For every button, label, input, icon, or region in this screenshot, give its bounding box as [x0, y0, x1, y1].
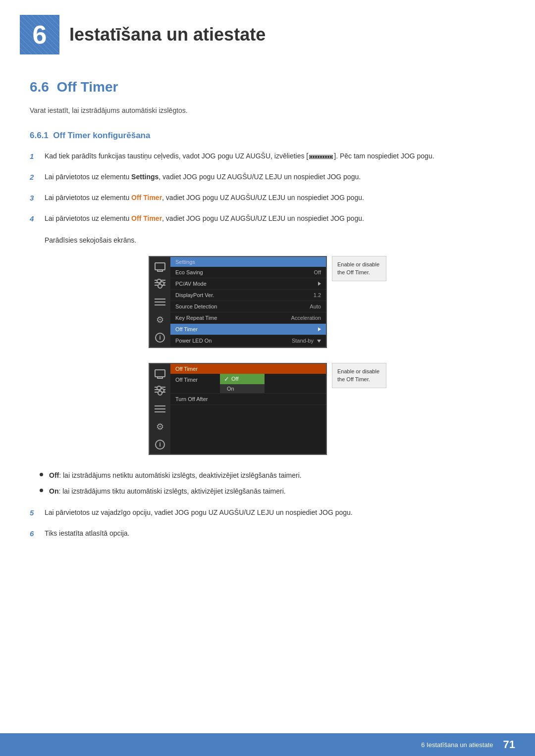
step-2: 2 Lai pārvietotos uz elementu Settings, …	[30, 171, 505, 183]
step-4-sub: Parādīsies sekojošais ekrāns.	[45, 235, 505, 246]
adjust-line-2-3	[155, 392, 165, 393]
line-2	[155, 302, 165, 302]
arrow-right-active-icon	[318, 327, 321, 331]
submenu-header: Off Timer	[170, 364, 326, 374]
section-title: 6.6 Off Timer	[30, 79, 505, 95]
menu-item-key: Key Repeat Time Acceleration	[170, 312, 326, 324]
turnoffafter-row: Turn Off After	[170, 394, 326, 405]
main-content: 6.6 Off Timer Varat iestatīt, lai izstrā…	[0, 64, 535, 579]
line-3	[155, 304, 165, 305]
bullet-dot-1	[40, 473, 43, 476]
bullet-item-on: On: lai izstrādājums tiktu automātiski i…	[40, 486, 505, 497]
screen2-wrapper: ⚙ i Off Timer Off Timer ✓ Off	[149, 363, 386, 455]
menu-header-1: Settings	[170, 257, 326, 267]
page-footer: 6 Iestatīšana un atiestate 71	[0, 733, 535, 756]
screen2-mockup: ⚙ i Off Timer Off Timer ✓ Off	[149, 363, 327, 455]
sidebar-icons-1: ⚙ i	[150, 257, 170, 347]
step-6: 6 Tiks iestatīta atlasītā opcija.	[30, 528, 505, 540]
sidebar-icons-2: ⚙ i	[150, 364, 170, 454]
line-2-3	[155, 411, 165, 412]
monitor-icon	[155, 262, 165, 270]
screen1-wrapper: ⚙ i Settings Eco Saving Off PC/AV Mode	[149, 256, 386, 348]
line-2-1	[155, 405, 165, 406]
sidebar-lines-icon-2	[154, 403, 166, 414]
sidebar-monitor-icon	[154, 261, 166, 272]
lines-icon-2	[155, 405, 165, 412]
screen2-tooltip: Enable or disable the Off Timer.	[332, 363, 386, 388]
bullet-item-off: Off: lai izstrādājums netiktu automātisk…	[40, 470, 505, 481]
info-icon: i	[155, 333, 165, 343]
menu-item-source: Source Detection Auto	[170, 301, 326, 312]
bullet-list: Off: lai izstrādājums netiktu automātisk…	[40, 470, 505, 497]
lines-icon	[155, 299, 165, 305]
offtimer-options: ✓ Off On	[220, 374, 265, 393]
footer-page: 71	[503, 738, 515, 751]
monitor-icon-2	[155, 369, 165, 377]
chapter-number: 6	[33, 20, 47, 50]
line-2-2	[155, 408, 165, 409]
checkmark-icon: ✓	[224, 375, 229, 383]
screen1-tooltip: Enable or disable the Off Timer.	[332, 256, 386, 281]
offtimer-row: Off Timer ✓ Off On	[170, 374, 326, 394]
grid-icon	[309, 155, 333, 159]
gear-icon-2: ⚙	[156, 421, 164, 432]
step-3: 3 Lai pārvietotos uz elementu Off Timer,…	[30, 192, 505, 204]
adjust-icon	[155, 280, 165, 289]
adjust-line-2-1	[155, 387, 165, 388]
screens-container: ⚙ i Settings Eco Saving Off PC/AV Mode	[30, 256, 505, 455]
steps-list: 1 Kad tiek parādīts funkcijas taustiņu c…	[30, 151, 505, 225]
sidebar-monitor-icon-2	[154, 368, 166, 379]
adjust-line-3	[155, 285, 165, 286]
screen1-mockup: ⚙ i Settings Eco Saving Off PC/AV Mode	[149, 256, 327, 348]
page-header: 6 Iestatīšana un atiestate	[0, 0, 535, 64]
steps-56: 5 Lai pārvietotos uz vajadzīgo opciju, v…	[30, 507, 505, 540]
sidebar-gear-icon: ⚙	[154, 314, 166, 325]
line-1	[155, 299, 165, 300]
sidebar-gear-icon-2: ⚙	[154, 421, 166, 432]
offtimer-submenu: Off Timer Off Timer ✓ Off On T	[170, 364, 326, 454]
option-on: On	[220, 384, 265, 393]
step-4: 4 Lai pārvietotos uz elementu Off Timer,…	[30, 213, 505, 225]
footer-text: 6 Iestatīšana un atiestate	[421, 741, 493, 749]
menu-item-dp: DisplayPort Ver. 1.2	[170, 290, 326, 301]
menu-item-eco: Eco Saving Off	[170, 267, 326, 278]
gear-icon: ⚙	[156, 314, 164, 325]
step-1: 1 Kad tiek parādīts funkcijas taustiņu c…	[30, 151, 505, 162]
sidebar-adjust-icon-2	[154, 386, 166, 397]
section-description: Varat iestatīt, lai izstrādājums automāt…	[30, 105, 505, 116]
option-off: ✓ Off	[220, 374, 265, 384]
sidebar-lines-icon	[154, 297, 166, 307]
menu-item-pcav: PC/AV Mode	[170, 278, 326, 290]
chapter-title: Iestatīšana un atiestate	[69, 24, 266, 45]
menu-item-power: Power LED On Stand-by	[170, 335, 326, 347]
settings-menu: Settings Eco Saving Off PC/AV Mode Displ…	[170, 257, 326, 347]
adjust-line-2	[155, 282, 165, 283]
offtimer-label: Off Timer	[170, 374, 220, 393]
adjust-line-2-2	[155, 389, 165, 390]
adjust-line-1	[155, 280, 165, 281]
info-icon-2: i	[155, 440, 165, 450]
sidebar-info-icon-2: i	[154, 439, 166, 450]
step-5: 5 Lai pārvietotos uz vajadzīgo opciju, v…	[30, 507, 505, 519]
menu-item-offtimer: Off Timer	[170, 324, 326, 335]
sidebar-info-icon: i	[154, 332, 166, 343]
sidebar-adjust-icon	[154, 279, 166, 290]
subsection-title: 6.6.1 Off Timer konfigurēšana	[30, 131, 505, 141]
bullet-dot-2	[40, 489, 43, 492]
adjust-icon-2	[155, 387, 165, 396]
arrow-down-icon	[317, 340, 321, 343]
arrow-right-icon	[318, 282, 321, 286]
chapter-box: 6	[20, 15, 59, 54]
